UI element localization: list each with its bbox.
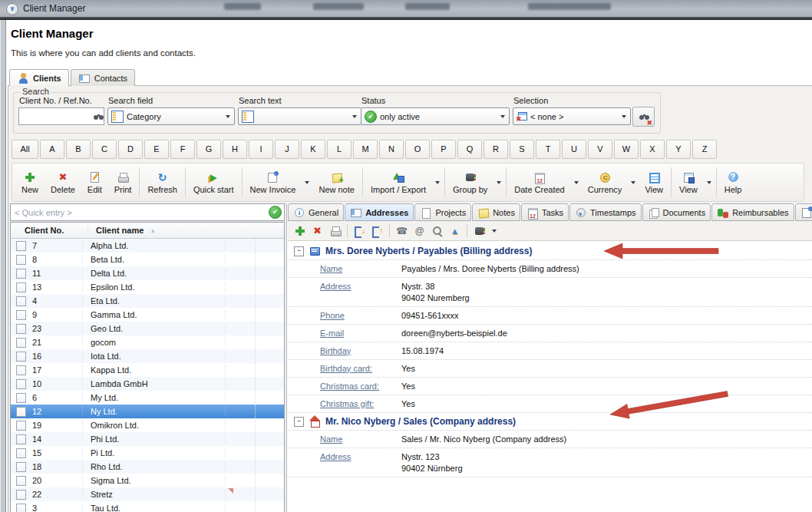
search-text-combo[interactable] [238,107,361,125]
address-toolbar-book-button[interactable] [471,223,487,239]
client-row-19[interactable]: 19Omikron Ltd. [11,418,284,432]
alpha-button-m[interactable]: M [353,140,378,159]
field-label-birthday-card[interactable]: Birthday card: [320,363,397,375]
alpha-button-b[interactable]: B [66,140,91,159]
row-checkbox[interactable] [16,421,26,431]
address-toolbar-at-button[interactable] [411,223,427,239]
address-toolbar-print-button[interactable] [327,223,343,239]
field-label-name[interactable]: Name [320,434,397,445]
status-dropdown-arrow[interactable] [497,108,509,124]
field-label-e-mail[interactable]: E-mail [320,328,397,339]
address-toolbar-dropdown-arrow[interactable] [489,230,500,233]
status-combo[interactable]: only active [361,107,510,125]
detail-tab-addresses[interactable]: Addresses [345,203,414,221]
alpha-button-d[interactable]: D [118,140,143,159]
alpha-button-i[interactable]: I [249,140,273,159]
toolbar-refresh-button[interactable]: Refresh [141,165,183,200]
field-label-address[interactable]: Address [320,451,397,474]
client-row-15[interactable]: 15Pi Ltd. [11,446,284,460]
toolbar-view-button[interactable]: View [673,165,704,200]
client-row-14[interactable]: 14Phi Ltd. [11,432,284,446]
client-row-8[interactable]: 8Beta Ltd. [11,253,284,266]
clear-search-button[interactable]: ✖ [632,107,655,127]
toolbar-new-note-button[interactable]: New note [312,165,360,200]
row-checkbox[interactable] [16,324,26,334]
alpha-button-o[interactable]: O [405,140,430,159]
toolbar-help-button[interactable]: Help [718,165,748,200]
alpha-button-p[interactable]: P [431,140,456,159]
row-checkbox[interactable] [16,352,26,362]
detail-tab-timestamps[interactable]: Timestamps [569,203,642,221]
client-row-18[interactable]: 18Rho Ltd. [11,460,284,474]
row-checkbox[interactable] [16,269,26,279]
row-checkbox[interactable] [16,407,26,417]
client-row-17[interactable]: 17Kappa Ltd. [11,363,284,377]
toolbar-group-by-button[interactable]: Group by [447,165,493,200]
row-checkbox[interactable] [16,296,26,306]
client-row-16[interactable]: 16Iota Ltd. [11,349,284,363]
client-row-9[interactable]: 9Gamma Ltd. [11,308,284,322]
toolbar-currency-dropdown-arrow[interactable] [628,165,639,200]
toolbar-date-created-button[interactable]: Date Created [508,165,570,200]
field-label-christmas-gift[interactable]: Christmas gift: [320,398,397,410]
alpha-button-v[interactable]: V [588,140,612,159]
selection-combo[interactable]: < none > [513,107,631,125]
window-chevron-icon[interactable]: ∨ [6,3,18,15]
detail-tab-reimbursables[interactable]: Reimbursables [711,203,794,221]
row-checkbox[interactable] [16,462,26,472]
detail-tab-projects[interactable]: Projects [414,203,471,221]
row-checkbox[interactable] [16,241,26,251]
client-no-input[interactable] [19,112,93,121]
detail-tab-notes[interactable]: Notes [472,203,520,221]
toolbar-group-by-dropdown-arrow[interactable] [493,165,504,200]
client-row-11[interactable]: 11Delta Ltd. [11,266,284,280]
field-label-birthday[interactable]: Birthday [320,345,397,357]
address-group-header-1[interactable]: −Mrs. Doree Nyberts / Payables (Billing … [288,243,812,259]
row-checkbox[interactable] [16,255,26,265]
toolbar-edit-button[interactable]: Edit [81,165,108,200]
toolbar-new-invoice-button[interactable]: New Invoice [244,165,302,200]
row-checkbox[interactable] [16,476,26,486]
row-checkbox[interactable] [16,448,26,458]
column-header-client-no[interactable]: Client No. [11,226,88,235]
row-checkbox[interactable] [16,338,26,348]
detail-tab-documents[interactable]: Documents [642,203,711,221]
detail-tab-invoices[interactable]: Invoices [795,203,812,221]
client-row-12[interactable]: 12Ny Ltd. [11,405,284,418]
toolbar-view-dropdown-arrow[interactable] [704,165,715,200]
address-toolbar-expand-button[interactable] [352,223,368,239]
address-toolbar-plus-button[interactable] [292,223,308,239]
alpha-button-x[interactable]: X [640,140,665,159]
row-checkbox[interactable] [16,310,26,320]
selection-dropdown-arrow[interactable] [618,108,630,124]
field-label-name[interactable]: Name [320,263,397,275]
alpha-button-r[interactable]: R [484,140,508,159]
client-row-21[interactable]: 21gocom [11,335,284,349]
alpha-button-j[interactable]: J [275,140,299,159]
collapse-minus-icon[interactable]: − [294,417,304,427]
address-group-header-2[interactable]: −Mr. Nico Nyberg / Sales (Company addres… [288,412,812,430]
alpha-button-a[interactable]: A [40,140,64,159]
detail-tab-tasks[interactable]: Tasks [521,203,569,221]
address-toolbar-delete-button[interactable] [309,223,325,239]
alpha-button-w[interactable]: W [614,140,639,159]
alpha-button-h[interactable]: H [223,140,247,159]
column-header-client-name[interactable]: Client name ▲ [88,226,284,235]
toolbar-import-export-button[interactable]: Import / Export [365,165,432,200]
detail-tab-general[interactable]: General [288,203,344,221]
client-row-20[interactable]: 20Sigma Ltd. [11,474,284,487]
toolbar-new-invoice-dropdown-arrow[interactable] [302,165,312,200]
field-label-address[interactable]: Address [320,281,397,304]
tab-clients[interactable]: Clients [9,69,69,86]
address-toolbar-wsearch-button[interactable] [429,223,445,239]
row-checkbox[interactable] [16,379,26,389]
address-toolbar-phone-button[interactable] [394,223,410,239]
search-text-dropdown-arrow[interactable] [348,108,361,124]
client-row-4[interactable]: 4Eta Ltd. [11,294,284,308]
alpha-button-q[interactable]: Q [457,140,482,159]
toolbar-print-button[interactable]: Print [108,165,138,200]
toolbar-import-export-dropdown-arrow[interactable] [432,165,443,200]
client-row-6[interactable]: 6My Ltd. [11,391,284,405]
toolbar-currency-button[interactable]: Currency [582,165,629,200]
client-row-23[interactable]: 23Geo Ltd. [11,322,284,335]
